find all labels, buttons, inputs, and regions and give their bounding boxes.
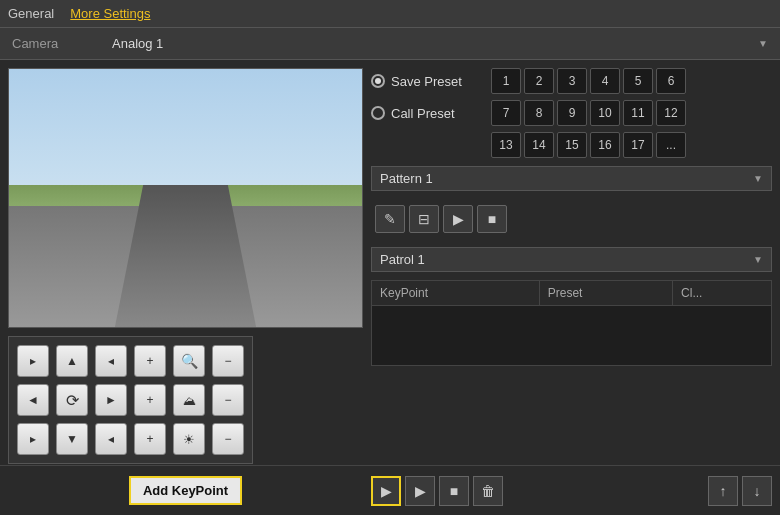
action-delete-btn[interactable]: 🗑 (473, 476, 503, 506)
btn-down-left[interactable]: ▸ (17, 423, 49, 455)
preset-btn-15[interactable]: 15 (557, 132, 587, 158)
btn-zoom-in[interactable]: + (134, 345, 166, 377)
preset-btn-17[interactable]: 17 (623, 132, 653, 158)
left-panel: ▸ ▲ ◂ + 🔍 − ◄ ⟳ ► + ⛰ − ▸ ▼ ◂ + ☀ − (8, 68, 363, 507)
preset-btn-8[interactable]: 8 (524, 100, 554, 126)
nav-up-btn[interactable]: ↑ (708, 476, 738, 506)
pattern-title: Pattern 1 (380, 171, 433, 186)
preset-btn-1[interactable]: 1 (491, 68, 521, 94)
save-preset-row: Save Preset 1 2 3 4 5 6 (371, 68, 772, 94)
col-keypoint: KeyPoint (372, 281, 540, 306)
preset-btn-2[interactable]: 2 (524, 68, 554, 94)
camera-select[interactable]: Analog 1 ▼ (112, 36, 768, 51)
action-play-btn[interactable]: ▶ (371, 476, 401, 506)
btn-zoom-out[interactable]: − (212, 345, 244, 377)
preset-row3: 13 14 15 16 17 ... (371, 132, 772, 158)
patrol-table: KeyPoint Preset Cl... (371, 280, 772, 366)
preset-btn-12[interactable]: 12 (656, 100, 686, 126)
top-nav: General More Settings (0, 0, 780, 28)
preset-btn-11[interactable]: 11 (623, 100, 653, 126)
preset-grid-row1: 1 2 3 4 5 6 (491, 68, 686, 94)
sky (9, 69, 362, 185)
pattern-pencil-btn[interactable]: ✎ (375, 205, 405, 233)
nav-general[interactable]: General (8, 6, 54, 21)
preset-btn-9[interactable]: 9 (557, 100, 587, 126)
right-panel: Save Preset 1 2 3 4 5 6 Call Preset (371, 68, 772, 507)
pattern-save-btn[interactable]: ⊟ (409, 205, 439, 233)
patrol-title: Patrol 1 (380, 252, 425, 267)
preset-btn-3[interactable]: 3 (557, 68, 587, 94)
btn-up-right[interactable]: ▸ (17, 345, 49, 377)
save-preset-text: Save Preset (391, 74, 462, 89)
preset-btn-14[interactable]: 14 (524, 132, 554, 158)
save-preset-label[interactable]: Save Preset (371, 74, 481, 89)
action-stop-btn[interactable]: ■ (439, 476, 469, 506)
pattern-controls: ✎ ⊟ ▶ ■ (371, 199, 772, 239)
col-cl: Cl... (673, 281, 772, 306)
controls-panel: ▸ ▲ ◂ + 🔍 − ◄ ⟳ ► + ⛰ − ▸ ▼ ◂ + ☀ − (8, 336, 253, 464)
preset-btn-6[interactable]: 6 (656, 68, 686, 94)
patrol-header[interactable]: Patrol 1 ▼ (371, 247, 772, 272)
call-preset-text: Call Preset (391, 106, 455, 121)
call-preset-label[interactable]: Call Preset (371, 106, 481, 121)
preset-btn-4[interactable]: 4 (590, 68, 620, 94)
btn-iris-in[interactable]: + (134, 423, 166, 455)
col-preset: Preset (539, 281, 672, 306)
pattern-header[interactable]: Pattern 1 ▼ (371, 166, 772, 191)
btn-iris-out[interactable]: − (212, 423, 244, 455)
pattern-stop-btn[interactable]: ■ (477, 205, 507, 233)
patrol-empty-row (372, 306, 772, 366)
main-content: ▸ ▲ ◂ + 🔍 − ◄ ⟳ ► + ⛰ − ▸ ▼ ◂ + ☀ − (0, 60, 780, 515)
action-icons: ▶ ▶ ■ 🗑 (371, 476, 503, 506)
camera-label: Camera (12, 36, 112, 51)
preset-grid-row2: 7 8 9 10 11 12 (491, 100, 686, 126)
call-preset-radio[interactable] (371, 106, 385, 120)
preset-section: Save Preset 1 2 3 4 5 6 Call Preset (371, 68, 772, 158)
call-preset-row: Call Preset 7 8 9 10 11 12 (371, 100, 772, 126)
preset-btn-10[interactable]: 10 (590, 100, 620, 126)
focus-icon[interactable]: ⛰ (173, 384, 205, 416)
btn-up-left[interactable]: ◂ (95, 345, 127, 377)
action-play2-btn[interactable]: ▶ (405, 476, 435, 506)
chevron-down-icon: ▼ (758, 38, 768, 49)
btn-focus-out[interactable]: − (212, 384, 244, 416)
nav-down-btn[interactable]: ↓ (742, 476, 772, 506)
pattern-chevron-icon: ▼ (753, 173, 763, 184)
preset-btn-7[interactable]: 7 (491, 100, 521, 126)
pattern-play-btn[interactable]: ▶ (443, 205, 473, 233)
patrol-chevron-icon: ▼ (753, 254, 763, 265)
nav-arrows: ↑ ↓ (708, 476, 772, 506)
btn-down[interactable]: ▼ (56, 423, 88, 455)
camera-selected-value: Analog 1 (112, 36, 758, 51)
nav-more-settings[interactable]: More Settings (70, 6, 150, 21)
btn-auto[interactable]: ⟳ (56, 384, 88, 416)
patrol-table-body (372, 306, 772, 366)
btn-down-right[interactable]: ◂ (95, 423, 127, 455)
btn-up[interactable]: ▲ (56, 345, 88, 377)
add-keypoint-button[interactable]: Add KeyPoint (129, 476, 242, 505)
iris-icon[interactable]: ☀ (173, 423, 205, 455)
patrol-section: KeyPoint Preset Cl... (371, 280, 772, 366)
camera-feed (8, 68, 363, 328)
btn-right[interactable]: ► (95, 384, 127, 416)
btn-left[interactable]: ◄ (17, 384, 49, 416)
camera-row: Camera Analog 1 ▼ (0, 28, 780, 60)
patrol-table-header: KeyPoint Preset Cl... (372, 281, 772, 306)
btn-focus-in[interactable]: + (134, 384, 166, 416)
preset-btn-5[interactable]: 5 (623, 68, 653, 94)
bottom-controls: ▸ ▲ ◂ + 🔍 − ◄ ⟳ ► + ⛰ − ▸ ▼ ◂ + ☀ − (8, 336, 363, 480)
action-bar-left: Add KeyPoint ▶ ▶ ■ 🗑 ↑ ↓ (8, 476, 772, 506)
preset-grid-row3: 13 14 15 16 17 ... (491, 132, 686, 158)
save-preset-radio[interactable] (371, 74, 385, 88)
add-keypoint-area: Add KeyPoint (8, 476, 363, 505)
preset-btn-16[interactable]: 16 (590, 132, 620, 158)
zoom-icon[interactable]: 🔍 (173, 345, 205, 377)
preset-btn-13[interactable]: 13 (491, 132, 521, 158)
action-bar: Add KeyPoint ▶ ▶ ■ 🗑 ↑ ↓ (0, 465, 780, 515)
preset-btn-more[interactable]: ... (656, 132, 686, 158)
